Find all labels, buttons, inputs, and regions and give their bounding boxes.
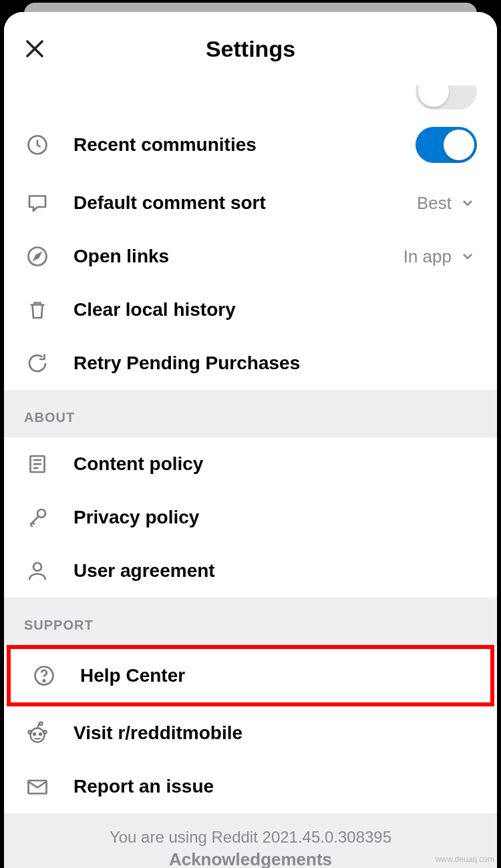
row-label: Open links [73, 246, 403, 267]
header: Settings [4, 12, 497, 85]
page-title: Settings [206, 36, 295, 62]
row-label: Retry Pending Purchases [73, 353, 477, 374]
highlight-box: Help Center [7, 645, 494, 706]
row-label: User agreement [73, 560, 477, 582]
row-privacy-policy[interactable]: Privacy policy [4, 491, 497, 544]
key-icon [24, 504, 51, 531]
toggle-recent-communities[interactable] [415, 127, 477, 163]
mail-icon [24, 773, 51, 800]
row-content-policy[interactable]: Content policy [4, 437, 497, 491]
svg-point-18 [43, 730, 47, 734]
clock-icon [24, 132, 51, 158]
row-retry-pending-purchases[interactable]: Retry Pending Purchases [4, 337, 497, 390]
row-label: Visit r/redditmobile [73, 722, 477, 744]
row-label: Privacy policy [73, 507, 477, 528]
comment-icon [24, 190, 51, 216]
svg-point-15 [39, 733, 41, 735]
svg-point-12 [43, 680, 45, 681]
row-help-center[interactable]: Help Center [11, 649, 490, 702]
row-label: Report an issue [73, 776, 477, 797]
row-label: Recent communities [73, 134, 415, 156]
row-label: Default comment sort [73, 192, 417, 214]
svg-marker-4 [35, 254, 41, 260]
settings-sheet: Settings Recent communities Default comm… [4, 12, 497, 868]
row-open-links[interactable]: Open links In app [4, 230, 497, 283]
content: Recent communities Default comment sort … [4, 85, 497, 868]
footer: You are using Reddit 2021.45.0.308395 Ac… [4, 813, 497, 868]
close-button[interactable] [20, 34, 49, 63]
svg-point-9 [37, 509, 45, 517]
refresh-icon [24, 350, 51, 377]
svg-point-10 [33, 563, 41, 571]
section-header-about: ABOUT [4, 390, 497, 437]
row-clear-local-history[interactable]: Clear local history [4, 283, 497, 337]
section-header-support: SUPPORT [4, 598, 497, 645]
reddit-icon [24, 720, 51, 746]
svg-point-17 [29, 730, 32, 734]
row-value: In app [403, 246, 452, 267]
row-report-issue[interactable]: Report an issue [4, 760, 497, 813]
row-recent-communities[interactable]: Recent communities [4, 114, 497, 176]
trash-icon [24, 296, 51, 323]
svg-point-14 [33, 733, 35, 735]
close-icon [22, 36, 47, 61]
row-value: Best [417, 193, 452, 214]
chevron-down-icon [458, 247, 477, 266]
row-default-comment-sort[interactable]: Default comment sort Best [4, 176, 497, 230]
version-text: You are using Reddit 2021.45.0.308395 [17, 828, 484, 847]
user-icon [24, 558, 51, 584]
document-icon [24, 451, 51, 477]
partial-row [4, 85, 497, 114]
help-icon [31, 662, 57, 689]
svg-point-13 [31, 728, 45, 742]
row-visit-redditmobile[interactable]: Visit r/redditmobile [4, 706, 497, 760]
compass-icon [24, 243, 51, 270]
watermark: www.deuaq.com [436, 855, 494, 864]
svg-point-16 [39, 722, 43, 726]
row-user-agreement[interactable]: User agreement [4, 544, 497, 598]
toggle-off-partial[interactable] [415, 85, 477, 110]
row-label: Clear local history [73, 299, 477, 320]
acknowledgements-link[interactable]: Acknowledgements [17, 849, 484, 868]
row-label: Help Center [80, 665, 470, 686]
row-label: Content policy [73, 453, 477, 475]
chevron-down-icon [458, 194, 477, 212]
